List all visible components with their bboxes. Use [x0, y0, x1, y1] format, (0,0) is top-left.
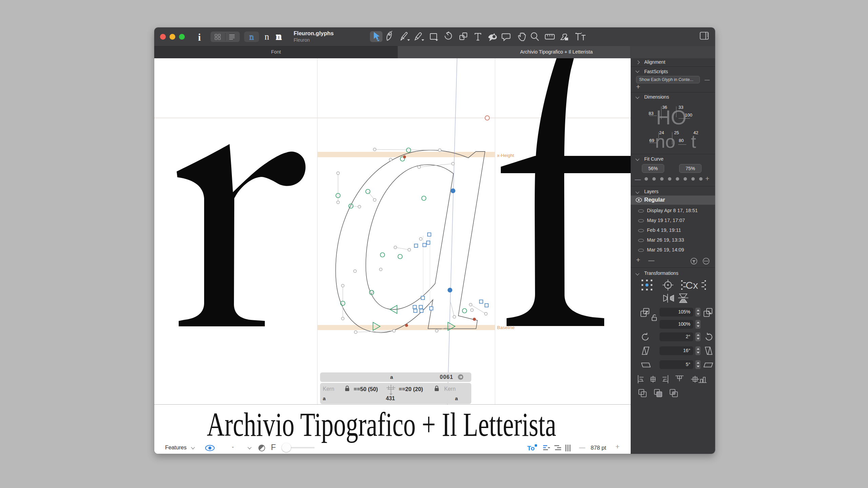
- svg-text:n: n: [276, 31, 281, 42]
- svg-text:To: To: [527, 445, 535, 452]
- svg-text:n: n: [264, 32, 269, 42]
- svg-text:n: n: [250, 32, 254, 42]
- svg-text:Cx: Cx: [686, 280, 698, 291]
